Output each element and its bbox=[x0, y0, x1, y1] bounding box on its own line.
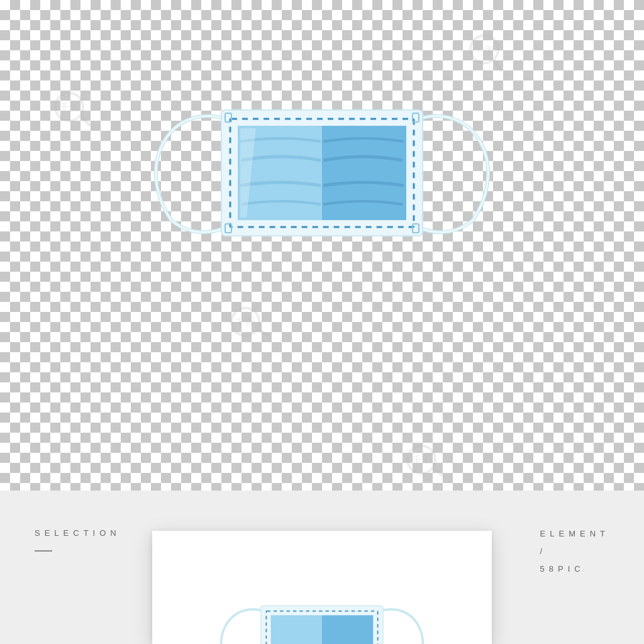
svg-rect-19 bbox=[322, 615, 373, 644]
svg-rect-18 bbox=[271, 615, 322, 644]
watermark-icon: 千图 bbox=[462, 21, 520, 80]
dash-decoration bbox=[35, 550, 52, 552]
svg-point-8 bbox=[55, 93, 83, 121]
selection-label: SELECTION bbox=[35, 528, 121, 538]
svg-point-14 bbox=[406, 445, 436, 475]
brand-text: 58PIC bbox=[540, 564, 585, 574]
svg-text:千图: 千图 bbox=[235, 315, 256, 329]
mockup-card bbox=[152, 531, 492, 644]
watermark-icon: 千图 bbox=[223, 292, 281, 350]
svg-text:千图: 千图 bbox=[59, 102, 79, 113]
svg-text:千图: 千图 bbox=[474, 43, 495, 57]
element-text: ELEMENT bbox=[540, 529, 609, 538]
element-label: ELEMENT / 58PIC bbox=[540, 525, 609, 578]
mockup-mask-thumbnail bbox=[215, 600, 429, 644]
transparent-preview-area: 千图 千图 千图 千图 bbox=[0, 0, 644, 491]
svg-text:千图: 千图 bbox=[411, 454, 431, 467]
info-section: SELECTION ELEMENT / 58PIC bbox=[0, 491, 644, 644]
watermark-icon: 千图 bbox=[401, 432, 455, 487]
surgical-mask-illustration bbox=[146, 101, 498, 252]
svg-point-12 bbox=[469, 33, 501, 65]
watermark-icon: 千图 bbox=[50, 82, 101, 132]
slash-text: / bbox=[540, 547, 547, 556]
svg-point-10 bbox=[230, 306, 262, 338]
